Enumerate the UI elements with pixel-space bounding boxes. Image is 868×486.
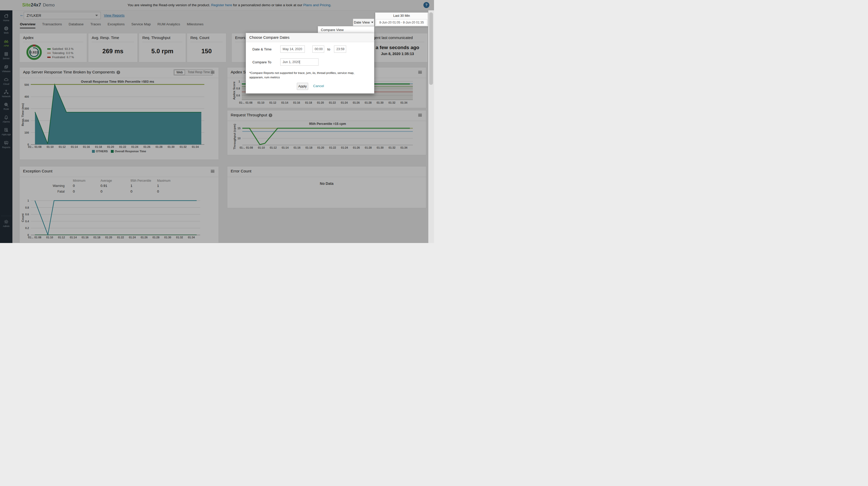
compare-note: *Compare Reports not supported for trace… [249, 71, 368, 80]
text-cursor [300, 60, 300, 64]
date-time-label: Date & Time [252, 47, 272, 51]
scrollbar[interactable] [428, 10, 434, 243]
apply-button[interactable]: Apply [297, 83, 308, 90]
compare-to-label: Compare To [252, 60, 271, 64]
time-preset-label[interactable]: Last 30 Min [375, 13, 428, 19]
date-view-dropdown: Compare View [318, 26, 374, 33]
scrollbar-thumb[interactable] [429, 12, 433, 85]
cancel-button[interactable]: Cancel [313, 84, 324, 88]
time-from-input[interactable]: 00:00 [312, 46, 324, 53]
time-to-input[interactable]: 23:59 [334, 46, 346, 53]
compare-to-input[interactable]: Jun 1, 2020 [280, 58, 318, 66]
compare-dates-dialog: Choose Compare Dates Date & Time May 14,… [246, 33, 374, 93]
compare-date-input[interactable]: May 14, 2020 [280, 46, 305, 53]
menu-item-compare-view[interactable]: Compare View [321, 28, 344, 32]
date-range-value[interactable]: 8-Jun-20 01:05 - 8-Jun-20 01:35 [376, 19, 427, 26]
dialog-title: Choose Compare Dates [246, 33, 374, 42]
date-view-button[interactable]: Date View [353, 19, 374, 26]
time-range-panel: Last 30 Min 8-Jun-20 01:05 - 8-Jun-20 01… [375, 12, 428, 26]
chevron-down-icon [371, 22, 373, 23]
to-label: to [327, 47, 330, 51]
